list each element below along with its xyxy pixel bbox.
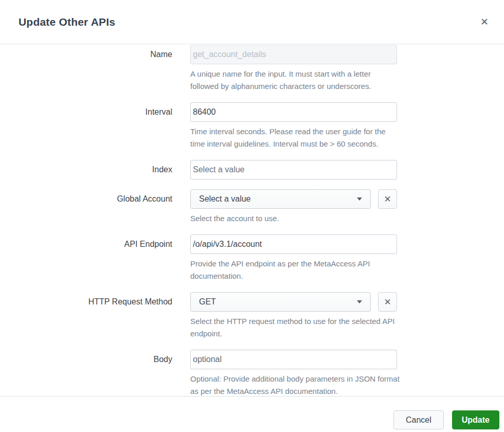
modal-form: Name A unique name for the input. It mus…	[0, 44, 504, 396]
form-row-index: Index	[0, 160, 504, 179]
http-method-selected-value: GET	[199, 297, 353, 307]
http-method-dropdown[interactable]: GET	[190, 292, 371, 312]
modal-title: Update Other APIs	[19, 16, 115, 28]
form-row-global-account: Global Account Select a value ✕ Select t…	[0, 189, 504, 225]
interval-help-text: Time interval seconds. Please read the u…	[190, 125, 401, 150]
form-row-http-method: HTTP Request Method GET ✕ Select the HTT…	[0, 292, 504, 340]
form-row-api-endpoint: API Endpoint Provide the API endpoint as…	[0, 235, 504, 282]
name-help-text: A unique name for the input. It must sta…	[190, 68, 401, 93]
update-button[interactable]: Update	[452, 410, 499, 429]
http-method-help-text: Select the HTTP request method to use fo…	[190, 315, 401, 340]
global-account-help-text: Select the account to use.	[190, 212, 401, 225]
update-other-apis-modal: Update Other APIs ✕ Name A unique name f…	[0, 0, 504, 432]
chevron-down-icon	[357, 197, 362, 201]
index-input[interactable]	[190, 160, 397, 179]
modal-footer: Cancel Update	[0, 396, 504, 432]
api-endpoint-label: API Endpoint	[0, 235, 172, 282]
form-row-name: Name A unique name for the input. It mus…	[0, 45, 504, 93]
body-label: Body	[0, 350, 172, 396]
body-help-text: Optional: Provide additional body parame…	[190, 373, 401, 396]
http-method-label: HTTP Request Method	[0, 292, 172, 340]
cancel-button[interactable]: Cancel	[393, 410, 444, 429]
close-icon[interactable]: ✕	[476, 14, 493, 30]
api-endpoint-help-text: Provide the API endpoint as per the Meta…	[190, 258, 401, 282]
chevron-down-icon	[357, 300, 362, 303]
global-account-label: Global Account	[0, 189, 172, 225]
form-row-interval: Interval Time interval seconds. Please r…	[0, 102, 504, 150]
body-input[interactable]	[190, 350, 397, 369]
api-endpoint-input[interactable]	[190, 235, 397, 254]
interval-input[interactable]	[190, 102, 397, 122]
name-input	[190, 45, 397, 64]
global-account-clear-icon[interactable]: ✕	[378, 189, 397, 209]
global-account-dropdown[interactable]: Select a value	[190, 189, 371, 209]
form-row-body: Body Optional: Provide additional body p…	[0, 350, 504, 396]
http-method-clear-icon[interactable]: ✕	[378, 292, 397, 312]
index-label: Index	[0, 160, 172, 179]
modal-header: Update Other APIs ✕	[0, 0, 504, 44]
interval-label: Interval	[0, 102, 172, 150]
global-account-selected-value: Select a value	[199, 194, 353, 204]
name-label: Name	[0, 45, 172, 93]
